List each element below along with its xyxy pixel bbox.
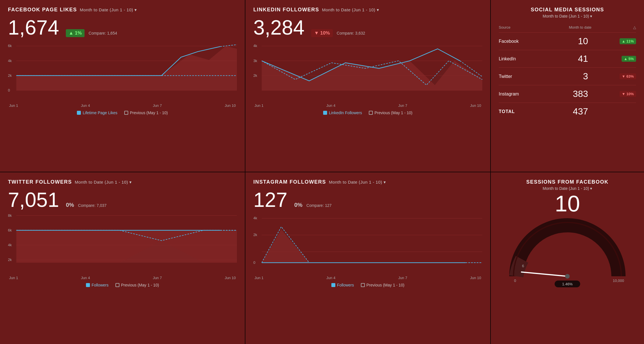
facebook-legend-checkbox-primary	[77, 111, 81, 115]
linkedin-x-labels: Jun 1 Jun 4 Jun 7 Jun 10	[253, 103, 482, 108]
badge-cell: ▼ 63%	[592, 68, 636, 85]
col-source: Source	[499, 24, 542, 33]
svg-text:0: 0	[514, 279, 516, 283]
svg-text:3k: 3k	[253, 59, 257, 63]
badge-cell: ▲ 11%	[592, 33, 636, 50]
twitter-period[interactable]: Month to Date (Jun 1 - 10) ▾	[75, 180, 132, 185]
linkedin-value: 3,284	[253, 17, 304, 38]
facebook-chart: 6k 4k 2k 0	[8, 40, 237, 102]
badge-cell: ▲ 5%	[592, 50, 636, 68]
svg-line-38	[521, 272, 567, 276]
facebook-legend-checkbox-secondary	[124, 111, 128, 115]
social-sessions-panel: SOCIAL MEDIA SESSIONS Month to Date (Jun…	[491, 0, 644, 172]
twitter-panel: TWITTER FOLLOWERS Month to Date (Jun 1 -…	[0, 172, 245, 344]
value-cell: 3	[542, 68, 591, 85]
twitter-legend-secondary[interactable]: Previous (May 1 - 10)	[115, 283, 159, 287]
linkedin-badge: ▼ 10%	[311, 29, 333, 37]
facebook-compare: Compare: 1,654	[89, 31, 117, 35]
twitter-legend-primary[interactable]: Followers	[86, 283, 109, 287]
facebook-panel: FACEBOOK PAGE LIKES Month to Date (Jun 1…	[0, 0, 245, 172]
linkedin-legend-secondary[interactable]: Previous (May 1 - 10)	[369, 111, 413, 115]
svg-text:2k: 2k	[8, 258, 12, 262]
table-row: LinkedIn 41 ▲ 5%	[499, 50, 636, 68]
twitter-x-labels: Jun 1 Jun 4 Jun 7 Jun 10	[8, 276, 237, 280]
svg-text:1.46%: 1.46%	[562, 282, 573, 286]
table-row: Twitter 3 ▼ 63%	[499, 68, 636, 85]
facebook-header: FACEBOOK PAGE LIKES Month to Date (Jun 1…	[8, 7, 237, 13]
source-cell: LinkedIn	[499, 50, 542, 68]
sessions-facebook-panel: SESSIONS FROM FACEBOOK Month to Date (Ju…	[491, 172, 644, 344]
instagram-chart: 4k 2k 0	[253, 212, 482, 275]
svg-text:6: 6	[522, 264, 524, 268]
svg-text:6k: 6k	[8, 44, 12, 48]
svg-text:4k: 4k	[8, 243, 12, 247]
svg-text:10,000: 10,000	[613, 279, 624, 283]
svg-marker-37	[262, 230, 482, 263]
svg-marker-9	[16, 46, 237, 90]
social-sessions-period[interactable]: Month to Date (Jun 1 - 10) ▾	[499, 14, 636, 18]
twitter-legend-checkbox-primary	[86, 283, 90, 287]
linkedin-chart: 4k 3k 2k	[253, 40, 482, 102]
linkedin-compare: Compare: 3,632	[337, 31, 365, 35]
instagram-header: INSTAGRAM FOLLOWERS Month to Date (Jun 1…	[253, 179, 482, 185]
twitter-value: 7,051	[8, 190, 59, 210]
sessions-fb-period[interactable]: Month to Date (Jun 1 - 10) ▾	[543, 186, 592, 191]
twitter-legend: Followers Previous (May 1 - 10)	[8, 283, 237, 287]
instagram-badge: 0%	[294, 202, 302, 208]
value-cell: 383	[542, 85, 591, 103]
session-badge: ▼ 63%	[620, 73, 636, 79]
badge-cell: ▼ 10%	[592, 85, 636, 103]
linkedin-panel: LINKEDIN FOLLOWERS Month to Date (Jun 1 …	[245, 0, 490, 172]
instagram-period[interactable]: Month to Date (Jun 1 - 10) ▾	[329, 180, 386, 185]
sessions-fb-title: SESSIONS FROM FACEBOOK	[526, 179, 609, 185]
source-cell: Instagram	[499, 85, 542, 103]
instagram-legend-checkbox-primary	[331, 283, 335, 287]
svg-text:4k: 4k	[8, 59, 12, 63]
linkedin-legend: LinkedIn Followers Previous (May 1 - 10)	[253, 111, 482, 115]
svg-text:4k: 4k	[253, 216, 257, 220]
svg-text:2k: 2k	[8, 73, 12, 78]
table-row: Instagram 383 ▼ 10%	[499, 85, 636, 103]
svg-marker-28	[16, 230, 237, 263]
instagram-legend-secondary[interactable]: Previous (May 1 - 10)	[361, 283, 405, 287]
svg-text:2k: 2k	[253, 233, 257, 237]
session-badge: ▼ 10%	[620, 91, 636, 97]
facebook-value: 1,674	[8, 17, 59, 38]
instagram-value: 127	[253, 190, 287, 210]
svg-text:4k: 4k	[253, 44, 257, 48]
linkedin-legend-checkbox-primary	[323, 111, 327, 115]
instagram-compare: Compare: 127	[306, 203, 332, 208]
twitter-header: TWITTER FOLLOWERS Month to Date (Jun 1 -…	[8, 179, 237, 185]
svg-text:0: 0	[8, 88, 10, 92]
twitter-badge: 0%	[66, 202, 74, 208]
linkedin-legend-checkbox-secondary	[369, 111, 373, 115]
facebook-period[interactable]: Month to Date (Jun 1 - 10) ▾	[80, 7, 137, 12]
facebook-title: FACEBOOK PAGE LIKES	[8, 7, 77, 13]
session-badge: ▲ 11%	[620, 38, 636, 44]
total-value: 437	[542, 103, 591, 120]
svg-point-39	[565, 274, 570, 279]
twitter-legend-checkbox-secondary	[115, 283, 119, 287]
value-cell: 10	[542, 33, 591, 50]
sessions-fb-value: 10	[555, 192, 580, 215]
col-month: Month to date	[542, 24, 591, 33]
twitter-compare: Compare: 7,037	[78, 203, 106, 208]
social-sessions-table: Source Month to date △ Facebook 10 ▲ 11%…	[499, 24, 636, 120]
total-label: TOTAL	[499, 103, 542, 120]
linkedin-period[interactable]: Month to Date (Jun 1 - 10) ▾	[322, 7, 379, 12]
instagram-x-labels: Jun 1 Jun 4 Jun 7 Jun 10	[253, 276, 482, 280]
instagram-legend-primary[interactable]: Followers	[331, 283, 354, 287]
sessions-fb-gauge: 0 10,000 6 1.46%	[508, 220, 627, 285]
social-sessions-title: SOCIAL MEDIA SESSIONS	[499, 7, 636, 13]
svg-text:8k: 8k	[8, 213, 12, 218]
instagram-legend-checkbox-secondary	[361, 283, 365, 287]
instagram-panel: INSTAGRAM FOLLOWERS Month to Date (Jun 1…	[245, 172, 490, 344]
linkedin-legend-primary[interactable]: LinkedIn Followers	[323, 111, 362, 115]
facebook-legend-primary[interactable]: Lifetime Page Likes	[77, 111, 117, 115]
table-row: Facebook 10 ▲ 11%	[499, 33, 636, 50]
svg-text:2k: 2k	[253, 73, 257, 78]
linkedin-header: LINKEDIN FOLLOWERS Month to Date (Jun 1 …	[253, 7, 482, 13]
twitter-chart: 8k 6k 4k 2k	[8, 212, 237, 275]
facebook-legend-secondary[interactable]: Previous (May 1 - 10)	[124, 111, 168, 115]
session-badge: ▲ 5%	[622, 56, 636, 62]
